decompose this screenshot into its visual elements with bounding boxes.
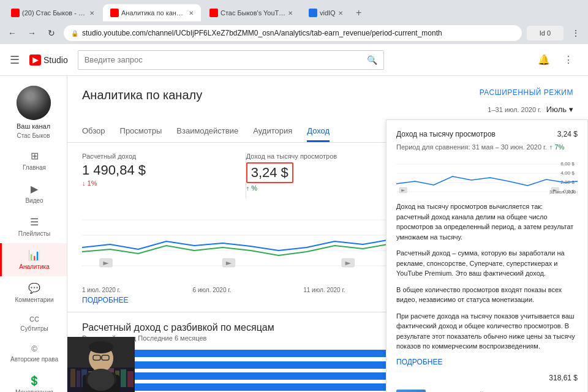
sidebar-item-monetization[interactable]: 💲 Монетизация bbox=[0, 369, 67, 392]
chart-date-2: 11 июл. 2020 г. bbox=[303, 287, 345, 293]
search-box[interactable]: 🔍 bbox=[78, 50, 384, 70]
subtitles-icon: CC bbox=[29, 315, 39, 323]
metric-label-0: Расчетный доход bbox=[82, 153, 231, 160]
chevron-down-icon: ▾ bbox=[569, 105, 573, 114]
sidebar-label-analytics: Аналитика bbox=[19, 263, 50, 270]
tab-favicon-yt2 bbox=[209, 9, 218, 17]
monetization-icon: 💲 bbox=[28, 375, 40, 386]
refresh-button[interactable]: ↻ bbox=[44, 26, 59, 40]
tooltip-panel: Доход на тысячу просмотров 3,24 $ Период… bbox=[386, 119, 588, 392]
metric-estimated-revenue: Расчетный доход 1 490,84 $ ↓ 1% bbox=[82, 153, 246, 199]
tab-audience[interactable]: Аудитория bbox=[253, 121, 292, 142]
tab-label-3: Стас Быков's YouTube Stats (Su... bbox=[221, 9, 285, 17]
tab-close-1[interactable]: ✕ bbox=[89, 10, 94, 17]
svg-rect-24 bbox=[121, 369, 126, 387]
svg-rect-25 bbox=[127, 371, 134, 387]
tab-studio[interactable]: Аналитика по каналу - YouTu... ✕ bbox=[103, 4, 201, 21]
tab-close-4[interactable]: ✕ bbox=[338, 10, 343, 17]
video-thumb-0 bbox=[396, 390, 426, 393]
tab-overview[interactable]: Обзор bbox=[82, 121, 105, 142]
page-title: Аналитика по каналу bbox=[82, 88, 202, 102]
sidebar-label-home: Главная bbox=[23, 164, 46, 171]
avatar-image bbox=[17, 86, 51, 120]
video-row-0: Как создать свой сайт САМОМУ | Сдела... … bbox=[396, 390, 578, 393]
tab-engagement[interactable]: Взаимодействие bbox=[176, 121, 238, 142]
tooltip-metric-value: 3,24 $ bbox=[557, 130, 578, 138]
sidebar-label-playlists: Плейлисты bbox=[18, 230, 50, 237]
sidebar-label-monetization: Монетизация bbox=[15, 389, 53, 392]
studio-logo: ▶ Studio bbox=[29, 55, 68, 66]
tab-revenue[interactable]: Доход bbox=[307, 121, 330, 142]
tab-stats[interactable]: Стас Быков's YouTube Stats (Su... ✕ bbox=[202, 4, 300, 21]
sidebar-item-comments[interactable]: 💬 Комментарии bbox=[0, 276, 67, 309]
sidebar-label-subtitles: Субтитры bbox=[20, 325, 48, 332]
tooltip-text-3: В общее количество просмотров входят пок… bbox=[396, 285, 578, 305]
notification-button[interactable]: 🔔 bbox=[534, 50, 554, 70]
forward-button[interactable]: → bbox=[24, 26, 39, 40]
sidebar-label-copyright: Авторские права bbox=[10, 356, 58, 363]
header-actions: 🔔 ⋮ bbox=[534, 50, 578, 70]
metric-change-1: ↑ % bbox=[246, 184, 395, 192]
tab-close-3[interactable]: ✕ bbox=[288, 10, 293, 17]
lock-icon: 🔒 bbox=[71, 30, 78, 37]
back-button[interactable]: ← bbox=[5, 26, 20, 40]
rpm-highlight-box: 3,24 $ bbox=[246, 162, 293, 183]
home-icon: ⊞ bbox=[31, 150, 39, 162]
tooltip-metric-row: Доход на тысячу просмотров 3,24 $ bbox=[396, 130, 578, 138]
tab-close-2[interactable]: ✕ bbox=[189, 10, 194, 17]
studio-logo-text: Studio bbox=[43, 55, 68, 65]
month-select-label: Июль bbox=[546, 105, 567, 114]
date-range-label: 1–31 июл. 2020 г. bbox=[488, 106, 541, 113]
sidebar-item-analytics[interactable]: 📊 Аналитика bbox=[0, 243, 67, 276]
tab-favicon-yt1 bbox=[11, 9, 20, 17]
address-bar-input[interactable]: 🔒 studio.youtube.com/channel/UCbIjPF6LXe… bbox=[64, 25, 522, 41]
tab-views[interactable]: Просмотры bbox=[120, 121, 162, 142]
sidebar-label-comments: Комментарии bbox=[15, 296, 54, 303]
avatar[interactable] bbox=[17, 86, 51, 120]
playlists-icon: ☰ bbox=[30, 216, 39, 228]
hamburger-icon[interactable]: ☰ bbox=[10, 53, 20, 67]
tooltip-compare-label: Период для сравнения: 31 мая – 30 июн. 2… bbox=[396, 143, 547, 151]
tooltip-total-value: 318,61 $ bbox=[549, 374, 578, 382]
svg-text:4,00 $: 4,00 $ bbox=[560, 170, 575, 176]
apps-button[interactable]: ⋮ bbox=[559, 50, 578, 70]
sidebar-item-subtitles[interactable]: CC Субтитры bbox=[0, 309, 67, 338]
metric-value-0: 1 490,84 $ bbox=[82, 162, 231, 178]
metric-value-1: 3,24 $ bbox=[246, 162, 395, 183]
metric-label-1: Доход на тысячу просмотров bbox=[246, 153, 395, 160]
chart-date-0: 1 июл. 2020 г. bbox=[82, 287, 121, 293]
menu-button[interactable]: ⋮ bbox=[568, 26, 583, 40]
svg-point-33 bbox=[88, 369, 115, 391]
nav-items-list: ⊞ Главная ▶ Видео ☰ Плейлисты 📊 Аналитик… bbox=[0, 144, 67, 392]
sidebar-item-playlists[interactable]: ☰ Плейлисты bbox=[0, 210, 67, 243]
chart-date-1: 6 июл. 2020 г. bbox=[193, 287, 232, 293]
tab-favicon-studio bbox=[110, 9, 119, 17]
svg-rect-16 bbox=[70, 369, 75, 387]
channel-avatar-section: Ваш канал Стас Быков bbox=[0, 76, 67, 144]
sidebar-item-copyright[interactable]: © Авторские права bbox=[0, 338, 67, 369]
svg-text:6,00 $: 6,00 $ bbox=[560, 161, 575, 167]
svg-point-32 bbox=[89, 341, 113, 353]
tab-vidiq[interactable]: vidIQ ✕ bbox=[301, 4, 350, 21]
tab-label-1: (20) Стас Быков - YouTube bbox=[22, 9, 87, 17]
sidebar-item-home[interactable]: ⊞ Главная bbox=[0, 144, 67, 177]
tooltip-text-1: Доход на тысячу просмотров вычисляется т… bbox=[396, 202, 578, 242]
search-input[interactable] bbox=[85, 55, 362, 64]
new-tab-button[interactable]: + bbox=[352, 6, 366, 20]
tab-label-2: Аналитика по каналу - YouTu... bbox=[121, 9, 186, 17]
month-select-dropdown[interactable]: Июль ▾ bbox=[546, 105, 573, 114]
face-svg bbox=[67, 337, 135, 392]
advanced-mode-button[interactable]: РАСШИРЕННЫЙ РЕЖИМ bbox=[480, 88, 573, 97]
analytics-icon: 📊 bbox=[28, 249, 40, 261]
copyright-icon: © bbox=[31, 344, 37, 353]
sidebar-item-video[interactable]: ▶ Видео bbox=[0, 177, 67, 210]
tab-label-4: vidIQ bbox=[320, 9, 336, 17]
url-text: studio.youtube.com/channel/UCbIjPF6LXeZ7… bbox=[82, 29, 514, 37]
tooltip-text-2: Расчетный доход – сумма, которую вы зара… bbox=[396, 248, 578, 279]
youtube-logo-icon: ▶ bbox=[29, 55, 41, 66]
videos-list: Как создать свой сайт САМОМУ | Сдела... … bbox=[396, 390, 578, 393]
sidebar: Ваш канал Стас Быков ⊞ Главная ▶ Видео ☰… bbox=[0, 76, 67, 392]
tab-youtube1[interactable]: (20) Стас Быков - YouTube ✕ bbox=[4, 4, 102, 21]
extensions-button[interactable]: Id 0 bbox=[527, 26, 564, 40]
tooltip-more-link[interactable]: ПОДРОБНЕЕ bbox=[396, 358, 578, 366]
